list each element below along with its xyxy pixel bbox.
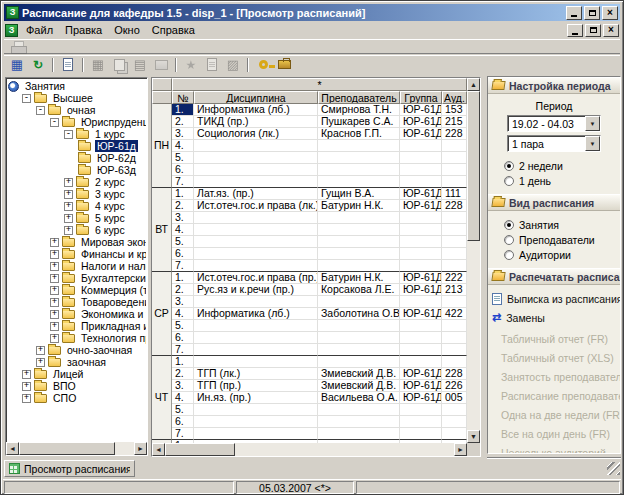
schedule-cell[interactable]: Ин.яз. (пр.)	[194, 392, 318, 404]
schedule-cell[interactable]	[400, 236, 442, 248]
schedule-cell[interactable]	[400, 296, 442, 308]
schedule-cell[interactable]	[442, 428, 467, 440]
schedule-cell[interactable]	[318, 332, 400, 344]
schedule-cell[interactable]: ЮР-61Д	[400, 128, 442, 140]
tree-item[interactable]: +Экономика и управл	[8, 308, 146, 320]
column-header[interactable]: Группа	[400, 91, 442, 104]
action-item[interactable]: ⇄Замены	[488, 308, 620, 327]
schedule-cell[interactable]	[318, 152, 400, 164]
column-header[interactable]: №	[172, 91, 194, 104]
table-hscroll-thumb[interactable]	[165, 443, 235, 456]
scroll-right-icon[interactable]: ►	[134, 442, 147, 455]
collapse-icon[interactable]: -	[64, 130, 73, 139]
schedule-cell[interactable]: Змиевский Д.В.	[318, 368, 400, 380]
expand-icon[interactable]: +	[50, 322, 59, 331]
schedule-cell[interactable]: 215	[442, 116, 467, 128]
minimize-button[interactable]	[566, 6, 582, 20]
expand-icon[interactable]: +	[64, 178, 73, 187]
row-number-cell[interactable]: 2.	[172, 368, 194, 380]
schedule-cell[interactable]: ТИКД (пр.)	[194, 116, 318, 128]
group-header-period[interactable]: Настройка периода	[488, 77, 620, 94]
schedule-cell[interactable]	[318, 212, 400, 224]
row-number-cell[interactable]: 6.	[172, 248, 194, 260]
chevron-down-icon[interactable]: ▼	[585, 116, 600, 131]
schedule-cell[interactable]: 422	[442, 308, 467, 320]
schedule-cell[interactable]: ЮР-61Д	[400, 392, 442, 404]
schedule-cell[interactable]: ЮР-61Д	[400, 284, 442, 296]
schedule-cell[interactable]: ЮР-61Д	[400, 104, 442, 116]
schedule-cell[interactable]	[442, 332, 467, 344]
schedule-cell[interactable]: Социология (лк.)	[194, 128, 318, 140]
row-number-cell[interactable]: 5.	[172, 404, 194, 416]
schedule-cell[interactable]	[318, 356, 400, 368]
schedule-cell[interactable]: Корсакова Л.Е.	[318, 284, 400, 296]
schedule-cell[interactable]	[442, 164, 467, 176]
schedule-cell[interactable]: ЮР-61Д	[400, 188, 442, 200]
schedule-cell[interactable]: ЮР-61Д	[400, 368, 442, 380]
resize-grip-icon[interactable]	[607, 462, 620, 475]
schedule-cell[interactable]	[194, 356, 318, 368]
tree-item[interactable]: +очно-заочная	[8, 344, 146, 356]
row-number-cell[interactable]: 6.	[172, 416, 194, 428]
schedule-cell[interactable]	[194, 344, 318, 356]
table-horizontal-scrollbar[interactable]: ◄ ►	[152, 443, 467, 456]
schedule-cell[interactable]	[400, 404, 442, 416]
schedule-cell[interactable]	[400, 416, 442, 428]
row-number-cell[interactable]: 3.	[172, 128, 194, 140]
schedule-cell[interactable]: 228	[442, 200, 467, 212]
tree-item[interactable]: -1 курс	[8, 128, 146, 140]
row-number-cell[interactable]: 5.	[172, 236, 194, 248]
schedule-cell[interactable]: Информатика (лб.)	[194, 104, 318, 116]
tree-hscroll-thumb[interactable]	[19, 442, 115, 455]
column-header[interactable]: Дисциплина	[194, 91, 318, 104]
menu-item-0[interactable]: Файл	[20, 23, 59, 37]
expand-icon[interactable]: +	[50, 298, 59, 307]
tree-item[interactable]: +Коммерция (торгово	[8, 284, 146, 296]
schedule-cell[interactable]	[400, 140, 442, 152]
schedule-cell[interactable]	[318, 260, 400, 272]
schedule-cell[interactable]	[194, 224, 318, 236]
key-button[interactable]	[253, 57, 273, 73]
tree-item[interactable]: +Мировая экономика	[8, 236, 146, 248]
schedule-cell[interactable]	[318, 176, 400, 188]
action-item[interactable]: Выписка из расписания	[488, 289, 620, 308]
schedule-cell[interactable]	[400, 332, 442, 344]
new-document-button[interactable]	[58, 57, 78, 73]
schedule-cell[interactable]	[194, 212, 318, 224]
period-combobox[interactable]: 19.02 - 04.03 ▼	[507, 115, 601, 132]
expand-icon[interactable]: +	[50, 250, 59, 259]
expand-icon[interactable]: +	[22, 394, 31, 403]
mdi-restore-button[interactable]	[585, 24, 601, 37]
collapse-icon[interactable]: -	[36, 106, 45, 115]
schedule-cell[interactable]	[400, 212, 442, 224]
close-button[interactable]: ×	[602, 6, 618, 20]
tree-horizontal-scrollbar[interactable]: ◄ ►	[6, 442, 147, 455]
tree-item[interactable]: +ВПО	[8, 380, 146, 392]
tree-item[interactable]: +Лицей	[8, 368, 146, 380]
schedule-cell[interactable]	[194, 260, 318, 272]
print-button[interactable]	[8, 39, 28, 55]
tree-item[interactable]: +5 курс	[8, 212, 146, 224]
tree-item[interactable]: ЮР-63д	[8, 164, 146, 176]
mdi-child-icon[interactable]: З	[5, 24, 18, 37]
schedule-cell[interactable]: ЮР-61Д	[400, 200, 442, 212]
tree-item[interactable]: +Технология продукт	[8, 332, 146, 344]
schedule-cell[interactable]	[194, 416, 318, 428]
row-number-cell[interactable]: 2.	[172, 116, 194, 128]
schedule-cell[interactable]	[318, 164, 400, 176]
row-number-cell[interactable]: 1.	[172, 356, 194, 368]
expand-icon[interactable]: +	[50, 238, 59, 247]
expand-icon[interactable]: +	[64, 190, 73, 199]
scroll-up-icon[interactable]: ▲	[467, 78, 480, 91]
radio-option[interactable]: Аудитории	[504, 247, 620, 262]
expand-icon[interactable]: +	[64, 226, 73, 235]
row-number-cell[interactable]: 4.	[172, 140, 194, 152]
schedule-cell[interactable]: ТГП (пр.)	[194, 380, 318, 392]
expand-icon[interactable]: +	[22, 382, 31, 391]
schedule-cell[interactable]: ЮР-61Д	[400, 380, 442, 392]
schedule-cell[interactable]	[194, 296, 318, 308]
row-number-cell[interactable]: 7.	[172, 428, 194, 440]
schedule-cell[interactable]: ТГП (лк.)	[194, 368, 318, 380]
schedule-cell[interactable]: ЮР-61Д	[400, 308, 442, 320]
row-number-cell[interactable]: 3.	[172, 212, 194, 224]
